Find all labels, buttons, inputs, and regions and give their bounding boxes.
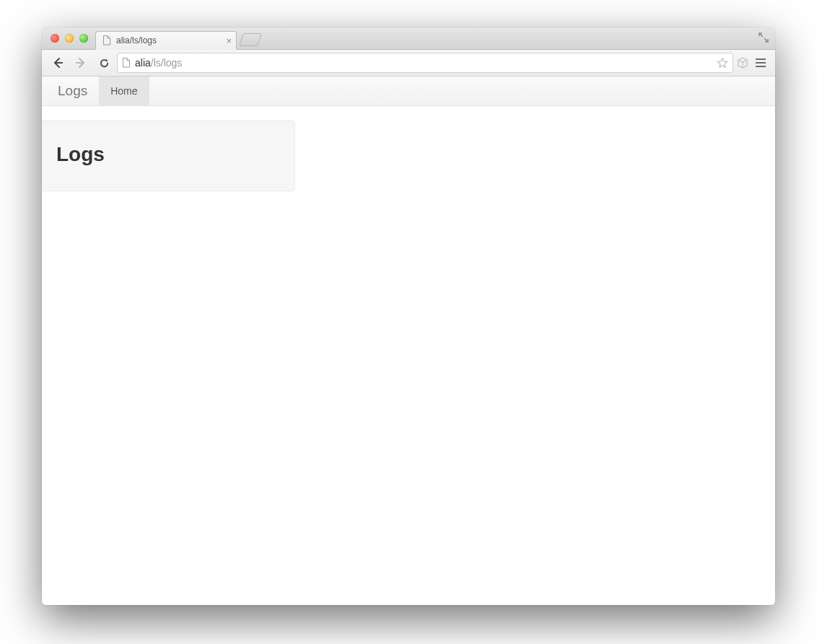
new-tab-button[interactable] <box>239 33 262 46</box>
back-button[interactable] <box>48 53 68 72</box>
url-text: alia/ls/logs <box>135 57 712 69</box>
hero-card: Logs <box>42 121 295 191</box>
extension-icon[interactable] <box>736 56 749 69</box>
address-bar[interactable]: alia/ls/logs <box>117 53 733 73</box>
reload-button[interactable] <box>94 53 114 72</box>
url-path: /ls/logs <box>151 57 183 69</box>
forward-button[interactable] <box>71 53 91 72</box>
nav-item-home[interactable]: Home <box>99 77 149 105</box>
file-icon <box>102 35 112 45</box>
browser-toolbar: alia/ls/logs <box>42 50 775 77</box>
app-navbar: Logs Home <box>42 77 775 106</box>
browser-tab[interactable]: alia/ls/logs × <box>95 31 237 50</box>
fullscreen-icon[interactable] <box>758 32 769 43</box>
window-zoom-button[interactable] <box>79 34 88 43</box>
navbar-brand[interactable]: Logs <box>58 77 99 105</box>
browser-window: alia/ls/logs × <box>42 27 775 605</box>
window-minimize-button[interactable] <box>65 34 74 43</box>
page-content: Logs Home Logs <box>42 77 775 605</box>
window-close-button[interactable] <box>51 34 59 43</box>
window-controls <box>42 27 95 49</box>
file-icon <box>122 58 131 68</box>
tab-strip: alia/ls/logs × <box>42 27 775 50</box>
url-host: alia <box>135 57 151 69</box>
page-title: Logs <box>56 143 280 166</box>
tab-close-button[interactable]: × <box>226 36 232 45</box>
tab-title: alia/ls/logs <box>116 35 157 45</box>
bookmark-star-icon[interactable] <box>717 57 728 69</box>
menu-button[interactable] <box>752 54 769 71</box>
